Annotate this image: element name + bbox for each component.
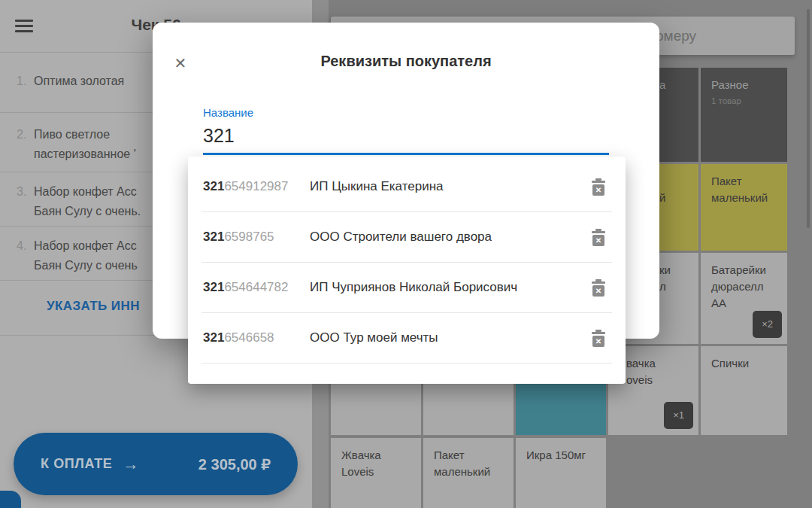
tile-title: oveis [626,372,691,388]
tile-title: Пакет [434,447,506,464]
item-title: Пиво светлоепастеризованное ' [34,125,136,164]
item-number: 1. [17,71,34,91]
tile-title: Пакет [711,173,780,190]
item-title: Набор конфет АссБаян Сулу с очень. [34,182,141,221]
tile-title: маленький [711,190,780,206]
tile-subtitle: 1 товар [711,96,780,106]
suggestion-name: ООО Строители вашего двора [310,230,591,245]
product-tile[interactable]: Пакетмаленький [423,438,514,508]
bottom-corner-button[interactable] [0,491,21,508]
tile-title: а [659,77,691,93]
tile-title: дюраселл АА [711,278,780,312]
tile-title: маленький [434,464,506,480]
divider [201,363,612,364]
item-number: 4. [17,236,34,275]
product-tile[interactable]: Батарейкидюраселл АА×2 [701,253,787,344]
product-tile[interactable]: Спички [701,346,787,435]
suggestion-row[interactable]: 3216546658ООО Тур моей мечты✕ [188,313,626,363]
tile-title: Жвачка [341,447,414,464]
tile-title: л [659,278,691,295]
suggestion-row[interactable]: 3216598765ООО Строители вашего двора✕ [188,212,626,262]
delete-icon[interactable]: ✕ [591,330,606,347]
delete-icon[interactable]: ✕ [591,229,606,246]
item-number: 2. [17,125,34,164]
name-field-input[interactable]: 321 [203,125,235,147]
suggestion-inn: 321654912987 [203,179,310,194]
product-tile[interactable]: Пакетмаленький [701,164,787,251]
item-title: Набор конфет АссБаян Сулу с очень [34,236,138,275]
suggestion-inn: 3216546658 [203,330,310,345]
scrollbar[interactable] [807,9,810,228]
quantity-badge: ×2 [753,311,782,338]
specify-inn-button[interactable]: УКАЗАТЬ ИНН [47,299,140,314]
quantity-badge: ×1 [664,402,693,429]
category-tile[interactable]: Разное1 товар [701,68,787,162]
name-field-label: Название [203,106,253,119]
product-tile[interactable]: Икра 150мг [516,438,606,508]
tile-title: Loveis [341,464,414,480]
suggestion-name: ИП Чуприянов Николай Борисович [310,280,591,295]
tile-title: вачка [626,355,691,372]
suggestions-dropdown: 321654912987ИП Цыкина Екатерина✕32165987… [188,157,626,384]
tile-title: Разное [711,77,780,93]
tile-title: ки [659,262,691,278]
tile-title: Спички [711,355,780,372]
arrow-right-icon: → [123,455,138,473]
suggestion-inn: 3216598765 [203,230,310,245]
suggestion-name: ИП Цыкина Екатерина [310,179,591,194]
pay-button-label: К ОПЛАТЕ [41,456,112,472]
suggestion-row[interactable]: 321654912987ИП Цыкина Екатерина✕ [188,162,626,211]
delete-icon[interactable]: ✕ [591,279,606,297]
delete-icon[interactable]: ✕ [591,178,606,196]
suggestion-name: ООО Тур моей мечты [310,330,591,345]
suggestion-row[interactable]: 321654644782ИП Чуприянов Николай Борисов… [188,263,626,312]
tile-title [659,173,691,190]
item-number: 3. [17,182,34,221]
tile-title: Икра 150мг [526,447,598,464]
tile-title: й [659,190,691,206]
item-title: Оптима золотая [34,71,124,91]
pay-button[interactable]: К ОПЛАТЕ → 2 305,00 ₽ [14,433,298,495]
input-underline [203,153,609,155]
tile-title: Батарейки [711,262,780,278]
pay-amount: 2 305,00 ₽ [198,455,271,473]
modal-title: Реквизиты покупателя [153,53,659,70]
product-tile[interactable]: ЖвачкаLoveis [331,438,421,508]
suggestion-inn: 321654644782 [203,280,310,295]
